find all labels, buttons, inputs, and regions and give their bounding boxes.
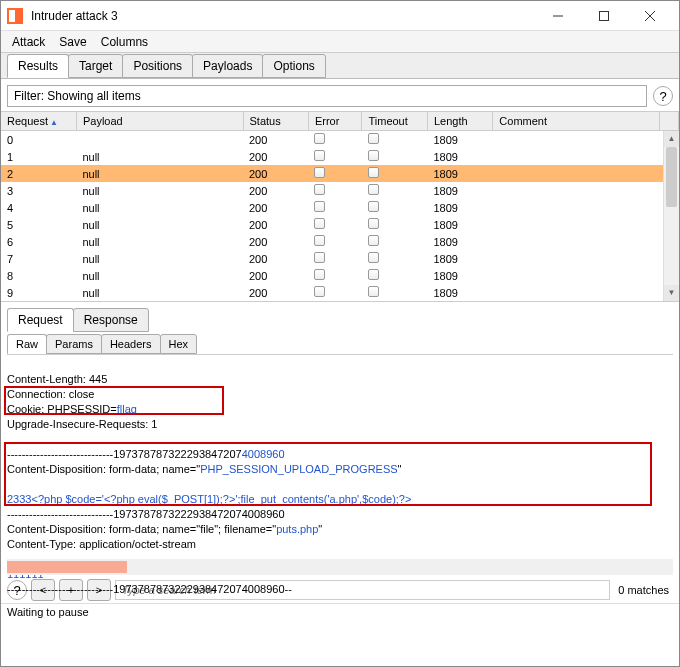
timeout-checkbox	[368, 167, 379, 178]
timeout-checkbox	[368, 201, 379, 212]
raw-hscroll[interactable]	[7, 559, 673, 575]
tab-results[interactable]: Results	[7, 54, 69, 78]
tab-params[interactable]: Params	[46, 334, 102, 354]
menu-attack[interactable]: Attack	[5, 33, 52, 51]
request-response-tabs: Request Response	[7, 308, 673, 332]
table-row[interactable]: 5null2001809	[1, 216, 679, 233]
tab-options[interactable]: Options	[262, 54, 325, 78]
tab-headers[interactable]: Headers	[101, 334, 161, 354]
tab-target[interactable]: Target	[68, 54, 123, 78]
table-scrollbar[interactable]: ▲ ▼	[663, 131, 679, 301]
col-payload[interactable]: Payload	[76, 112, 243, 131]
error-checkbox	[314, 167, 325, 178]
error-checkbox	[314, 252, 325, 263]
timeout-checkbox	[368, 235, 379, 246]
error-checkbox	[314, 201, 325, 212]
table-row[interactable]: 02001809	[1, 131, 679, 149]
table-row[interactable]: 1null2001809	[1, 148, 679, 165]
svg-rect-1	[600, 11, 609, 20]
raw-request-view[interactable]: Content-Length: 445 Connection: close Co…	[7, 357, 673, 557]
tab-raw[interactable]: Raw	[7, 334, 47, 354]
filter-box[interactable]: Filter: Showing all items	[7, 85, 647, 107]
table-row[interactable]: 8null2001809	[1, 267, 679, 284]
tab-payloads[interactable]: Payloads	[192, 54, 263, 78]
timeout-checkbox	[368, 150, 379, 161]
table-row[interactable]: 4null2001809	[1, 199, 679, 216]
error-checkbox	[314, 235, 325, 246]
status-bar: Waiting to pause	[1, 603, 679, 620]
col-request[interactable]: Request▲	[1, 112, 76, 131]
col-error[interactable]: Error	[308, 112, 362, 131]
timeout-checkbox	[368, 184, 379, 195]
timeout-checkbox	[368, 286, 379, 297]
error-checkbox	[314, 269, 325, 280]
timeout-checkbox	[368, 133, 379, 144]
error-checkbox	[314, 218, 325, 229]
col-status[interactable]: Status	[243, 112, 308, 131]
main-tabs: Results Target Positions Payloads Option…	[1, 53, 679, 79]
results-table: Request▲ Payload Status Error Timeout Le…	[1, 111, 679, 302]
title-bar: Intruder attack 3	[1, 1, 679, 31]
table-row[interactable]: 3null2001809	[1, 182, 679, 199]
col-timeout[interactable]: Timeout	[362, 112, 427, 131]
scroll-down-icon[interactable]: ▼	[664, 285, 679, 301]
scroll-up-icon[interactable]: ▲	[664, 131, 679, 147]
col-comment[interactable]: Comment	[493, 112, 660, 131]
minimize-button[interactable]	[535, 2, 581, 30]
tab-request[interactable]: Request	[7, 308, 74, 332]
app-icon	[7, 8, 23, 24]
sort-arrow-icon: ▲	[50, 118, 58, 127]
menu-bar: Attack Save Columns	[1, 31, 679, 53]
error-checkbox	[314, 150, 325, 161]
table-row[interactable]: 9null2001809	[1, 284, 679, 301]
window-title: Intruder attack 3	[31, 9, 535, 23]
help-button[interactable]: ?	[653, 86, 673, 106]
timeout-checkbox	[368, 252, 379, 263]
tab-positions[interactable]: Positions	[122, 54, 193, 78]
error-checkbox	[314, 286, 325, 297]
menu-columns[interactable]: Columns	[94, 33, 155, 51]
timeout-checkbox	[368, 218, 379, 229]
table-row[interactable]: 2null2001809	[1, 165, 679, 182]
view-tabs: Raw Params Headers Hex	[7, 334, 673, 355]
tab-hex[interactable]: Hex	[160, 334, 198, 354]
maximize-button[interactable]	[581, 2, 627, 30]
error-checkbox	[314, 133, 325, 144]
close-button[interactable]	[627, 2, 673, 30]
table-row[interactable]: 7null2001809	[1, 250, 679, 267]
error-checkbox	[314, 184, 325, 195]
search-matches: 0 matches	[614, 584, 673, 596]
timeout-checkbox	[368, 269, 379, 280]
menu-save[interactable]: Save	[52, 33, 93, 51]
col-length[interactable]: Length	[427, 112, 492, 131]
table-row[interactable]: 6null2001809	[1, 233, 679, 250]
tab-response[interactable]: Response	[73, 308, 149, 332]
